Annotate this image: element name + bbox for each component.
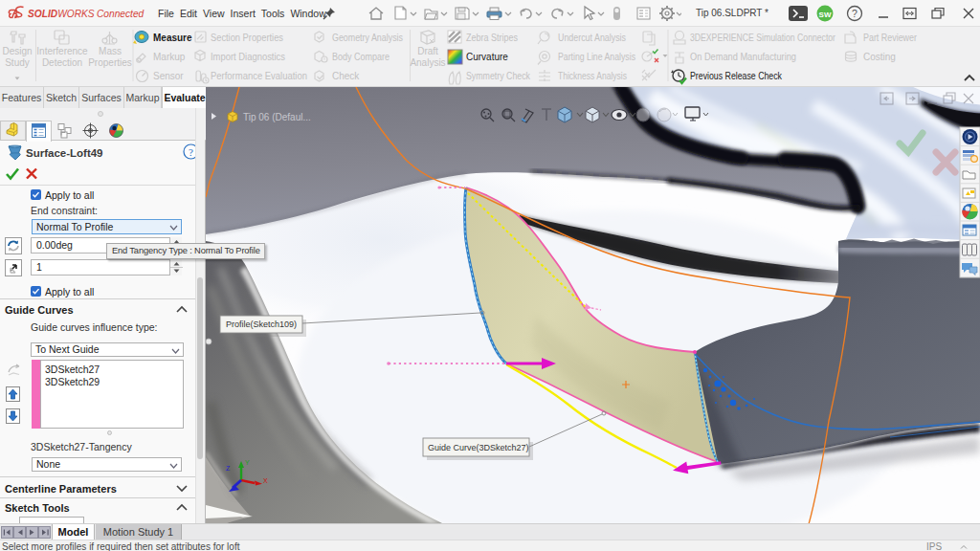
svg-text:Zebra Stripes: Zebra Stripes: [466, 33, 518, 43]
svg-text:Costing: Costing: [863, 52, 896, 62]
svg-text:3DEXPERIENCE Simulation Connec: 3DEXPERIENCE Simulation Connector: [690, 33, 836, 43]
svg-text:Previous Release Check: Previous Release Check: [690, 71, 783, 81]
svg-text:Tip 06 (Defaul...: Tip 06 (Defaul...: [243, 112, 311, 122]
svg-text:SW: SW: [819, 11, 832, 19]
svg-text:Study: Study: [5, 57, 30, 68]
svg-text:Markup: Markup: [153, 52, 186, 62]
svg-text:Thickness Analysis: Thickness Analysis: [558, 71, 627, 81]
svg-text:Connected: Connected: [97, 9, 145, 19]
svg-text:Section Properties: Section Properties: [211, 33, 283, 43]
svg-text:Part Reviewer: Part Reviewer: [863, 33, 918, 43]
svg-text:On Demand Manufacturing: On Demand Manufacturing: [690, 52, 796, 62]
svg-text:Y: Y: [245, 459, 250, 466]
svg-text:Import Diagnostics: Import Diagnostics: [211, 52, 285, 62]
svg-text:Mass: Mass: [99, 46, 122, 56]
svg-text:Body Compare: Body Compare: [332, 52, 390, 62]
svg-text:?: ?: [852, 8, 858, 19]
svg-text:Properties: Properties: [88, 57, 132, 68]
svg-text:Draft: Draft: [417, 46, 438, 56]
svg-text:X: X: [263, 477, 268, 484]
svg-text:?: ?: [189, 146, 193, 158]
svg-text:Sensor: Sensor: [153, 71, 184, 81]
svg-text:Undercut Analysis: Undercut Analysis: [558, 33, 626, 43]
svg-text:Symmetry Check: Symmetry Check: [466, 71, 531, 81]
svg-text:Curvature: Curvature: [466, 52, 508, 62]
svg-text:Design: Design: [2, 46, 32, 56]
svg-text:Interference: Interference: [36, 46, 88, 56]
svg-text:Measure: Measure: [153, 33, 192, 43]
svg-text:Profile(Sketch109): Profile(Sketch109): [226, 320, 297, 329]
svg-text:Performance Evaluation: Performance Evaluation: [211, 71, 307, 81]
svg-text:SOLIDWORKS: SOLIDWORKS: [28, 9, 95, 19]
svg-text:Guide Curve(3DSketch27): Guide Curve(3DSketch27): [428, 443, 529, 452]
svg-text:Parting Line Analysis: Parting Line Analysis: [558, 52, 635, 62]
svg-text:Analysis: Analysis: [410, 57, 445, 68]
svg-text:Geometry Analysis: Geometry Analysis: [332, 33, 403, 43]
svg-text:Check: Check: [332, 71, 360, 81]
svg-text:Detection: Detection: [42, 57, 82, 68]
svg-text:Z: Z: [226, 465, 231, 472]
